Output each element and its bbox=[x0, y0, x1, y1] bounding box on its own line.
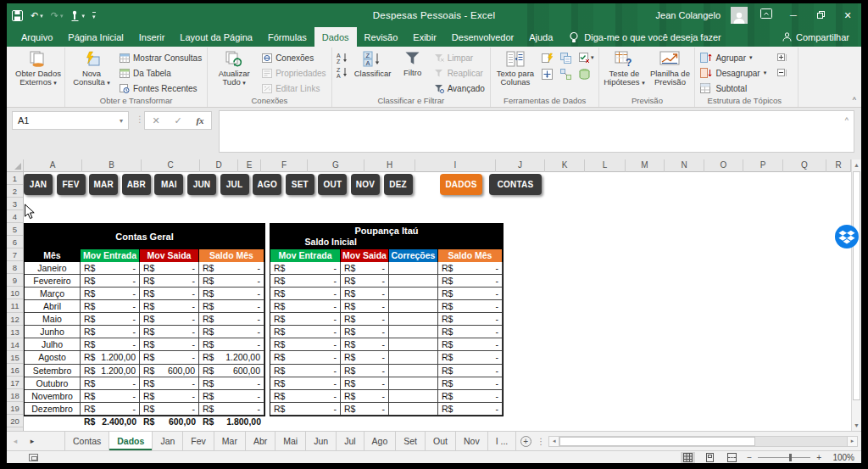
cell-correcoes[interactable] bbox=[389, 288, 438, 300]
column-header-o[interactable]: O bbox=[704, 159, 743, 172]
cell-entrada[interactable]: R$- bbox=[270, 300, 341, 313]
minimize-button[interactable]: ─ bbox=[785, 7, 802, 24]
nav-button-contas[interactable]: CONTAS bbox=[489, 174, 542, 195]
cell-mes[interactable]: Maio bbox=[25, 313, 81, 326]
cell-saldo[interactable]: R$1.200,00 bbox=[199, 351, 264, 364]
cell-entrada[interactable]: R$- bbox=[270, 365, 341, 377]
menu-tab-exibir[interactable]: Exibir bbox=[405, 27, 444, 47]
row-header-17[interactable]: 17 bbox=[7, 377, 23, 389]
row-header-1[interactable]: 1 bbox=[7, 172, 23, 185]
cell-mes[interactable]: Agosto bbox=[25, 351, 81, 364]
sheet-tab-nov[interactable]: Nov bbox=[456, 432, 488, 450]
cell-saldo[interactable]: R$- bbox=[199, 313, 264, 326]
row-header-11[interactable]: 11 bbox=[7, 299, 23, 312]
hide-detail-button[interactable] bbox=[774, 65, 791, 81]
cell-entrada[interactable]: R$- bbox=[81, 275, 140, 288]
sort-az-button[interactable]: AZ bbox=[335, 50, 350, 64]
row-header-6[interactable]: 6 bbox=[7, 236, 23, 248]
undo-button[interactable]: ↶▾ bbox=[31, 10, 43, 21]
cell-saldo[interactable]: R$- bbox=[438, 300, 503, 313]
column-header-j[interactable]: J bbox=[496, 159, 545, 172]
cell-saida[interactable]: R$- bbox=[140, 403, 199, 416]
row-header-5[interactable]: 5 bbox=[7, 223, 23, 236]
mostrar-consultas-button[interactable]: Mostrar Consultas bbox=[117, 50, 204, 65]
sheet-tab-jan[interactable]: Jan bbox=[153, 432, 183, 450]
row-header-21[interactable]: 21 bbox=[7, 427, 23, 431]
share-button[interactable]: Compartilhar bbox=[777, 27, 854, 47]
cell-entrada[interactable]: R$- bbox=[81, 390, 140, 403]
cell-entrada[interactable]: R$- bbox=[270, 313, 341, 326]
cell-entrada[interactable]: R$- bbox=[81, 300, 140, 313]
cell-correcoes[interactable] bbox=[389, 377, 438, 390]
cell-entrada[interactable]: R$- bbox=[270, 351, 341, 364]
cell-saldo[interactable]: R$- bbox=[199, 262, 264, 275]
filtro-button[interactable]: Filtro bbox=[396, 48, 430, 77]
scroll-right-icon[interactable]: ▸ bbox=[847, 436, 858, 447]
customize-qat-button[interactable]: ▾ bbox=[92, 12, 96, 20]
zoom-slider-thumb[interactable] bbox=[789, 454, 792, 461]
cell-saida[interactable]: R$600,00 bbox=[140, 365, 199, 377]
zoom-in-button[interactable]: + bbox=[816, 453, 821, 462]
cell-entrada[interactable]: R$- bbox=[81, 326, 140, 338]
cell-correcoes[interactable] bbox=[389, 338, 438, 351]
column-header-r[interactable]: R bbox=[826, 159, 851, 172]
cell-saldo[interactable]: R$- bbox=[199, 377, 264, 390]
row-header-10[interactable]: 10 bbox=[7, 287, 23, 299]
save-button[interactable] bbox=[12, 10, 23, 21]
manage-data-model-button[interactable] bbox=[576, 66, 593, 81]
cell-entrada[interactable]: R$- bbox=[270, 326, 341, 338]
cell-saida[interactable]: R$- bbox=[341, 390, 389, 403]
da-tabela-button[interactable]: Da Tabela bbox=[117, 65, 204, 81]
total-entrada[interactable]: R$2.400,00 bbox=[81, 415, 140, 427]
sheet-nav-left-icon[interactable]: ◂ bbox=[7, 432, 24, 450]
cell-saida[interactable]: R$- bbox=[140, 288, 199, 300]
row-header-2[interactable]: 2 bbox=[7, 185, 23, 198]
menu-tab-dados[interactable]: Dados bbox=[314, 27, 357, 47]
horizontal-scrollbar[interactable]: ◂ ▸ bbox=[548, 435, 858, 447]
subtotal-button[interactable]: Subtotal bbox=[698, 81, 769, 96]
sheet-tab-i[interactable]: I ... bbox=[488, 432, 517, 450]
cell-entrada[interactable]: R$- bbox=[270, 262, 341, 275]
cell-entrada[interactable]: R$- bbox=[81, 262, 140, 275]
cell-saldo[interactable]: R$- bbox=[438, 275, 503, 288]
cell-correcoes[interactable] bbox=[389, 313, 438, 326]
sheet-nav-right-icon[interactable]: ▸ bbox=[24, 432, 41, 450]
menu-tab-layout-da-p-gina[interactable]: Layout da Página bbox=[172, 27, 260, 47]
zoom-out-button[interactable]: − bbox=[747, 453, 752, 462]
cell-entrada[interactable]: R$- bbox=[81, 313, 140, 326]
row-header-16[interactable]: 16 bbox=[7, 364, 23, 377]
cell-entrada[interactable]: R$- bbox=[81, 338, 140, 351]
cell-mes[interactable]: Novembro bbox=[25, 390, 81, 403]
cell-saldo[interactable]: R$- bbox=[438, 351, 503, 364]
cell-saldo[interactable]: R$- bbox=[199, 300, 264, 313]
cell-saldo[interactable]: R$- bbox=[438, 288, 503, 300]
menu-tab-inserir[interactable]: Inserir bbox=[131, 27, 173, 47]
column-header-n[interactable]: N bbox=[665, 159, 704, 172]
sheet-tab-mai[interactable]: Mai bbox=[275, 432, 306, 450]
cell-saida[interactable]: R$- bbox=[341, 338, 389, 351]
cell-saida[interactable]: R$- bbox=[341, 275, 389, 288]
column-header-b[interactable]: B bbox=[82, 159, 142, 172]
column-header-k[interactable]: K bbox=[545, 159, 585, 172]
cell-saldo[interactable]: R$- bbox=[438, 326, 503, 338]
cell-saida[interactable]: R$- bbox=[341, 326, 389, 338]
cell-mes[interactable]: Fevereiro bbox=[25, 275, 81, 288]
cell-saida[interactable]: R$- bbox=[341, 262, 389, 275]
cell-saida[interactable]: R$- bbox=[341, 403, 389, 416]
vertical-scroll-thumb[interactable] bbox=[853, 171, 860, 400]
atualizar-tudo-button[interactable]: Atualizar Tudo ▾ bbox=[210, 48, 258, 87]
cell-entrada[interactable]: R$- bbox=[270, 390, 341, 403]
scroll-down-icon[interactable]: ▼ bbox=[852, 420, 861, 431]
cell-saldo[interactable]: R$600,00 bbox=[199, 365, 264, 377]
teste-de-hipoteses-button[interactable]: ? Teste de Hipóteses ▾ bbox=[602, 48, 646, 87]
formula-input[interactable]: ^ bbox=[219, 110, 854, 153]
data-validation-button[interactable]: ▾ bbox=[576, 50, 597, 65]
cell-correcoes[interactable] bbox=[389, 300, 438, 313]
enter-button[interactable]: ✓ bbox=[167, 115, 189, 126]
cell-entrada[interactable]: R$- bbox=[270, 377, 341, 390]
column-header-i[interactable]: I bbox=[415, 159, 496, 172]
restore-button[interactable] bbox=[812, 7, 829, 24]
row-header-4[interactable]: 4 bbox=[7, 210, 23, 223]
cell-saldo[interactable]: R$- bbox=[438, 262, 503, 275]
flash-fill-button[interactable] bbox=[539, 50, 556, 65]
